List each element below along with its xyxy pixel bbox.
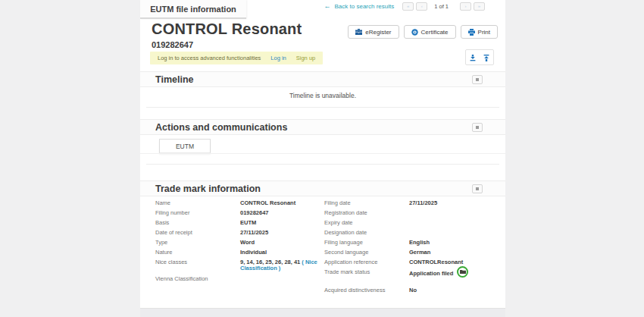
field-label: Trade mark status	[324, 269, 409, 275]
login-banner: Log in to access advanced functionalitie…	[150, 52, 323, 64]
field-row-date-of-receipt: Date of receipt 27/11/2025	[155, 230, 324, 236]
field-row-filing-date: Filing date 27/11/2025	[324, 200, 500, 206]
field-label: Date of receipt	[155, 230, 240, 236]
arrow-up-to-bar-icon	[483, 51, 489, 64]
field-value: Word	[240, 240, 255, 246]
actions-tab-eutm-label: EUTM	[176, 143, 194, 150]
field-row-nature: Nature Individual	[155, 250, 324, 256]
field-label: Expiry date	[324, 220, 409, 226]
status-text: Application filed	[409, 271, 453, 277]
print-button-label: Print	[478, 29, 490, 36]
field-row-second-language: Second language German	[324, 250, 500, 256]
status-badge	[457, 266, 468, 278]
field-row-vienna-classification: Vienna Classification	[155, 276, 324, 282]
pagination-prev-button[interactable]: ‹	[416, 2, 427, 11]
collapse-icon	[476, 78, 479, 81]
field-row-basis: Basis EUTM	[155, 220, 324, 226]
pagination-next-button[interactable]: ›	[460, 2, 471, 11]
tab-label: EUTM file information	[150, 5, 236, 14]
certificate-button[interactable]: Certificate	[404, 25, 456, 39]
timeline-section-header: Timeline	[140, 71, 505, 87]
pagination-next-group: › »	[460, 2, 485, 11]
filing-number-heading: 019282647	[152, 40, 193, 49]
field-label: Filing number	[155, 210, 240, 216]
field-value: Individual	[240, 250, 267, 256]
back-and-pagination-row: ← Back to search results « ‹ 1 of 1 › »	[324, 2, 485, 11]
pagination-last-button[interactable]: »	[474, 2, 485, 11]
print-button[interactable]: Print	[461, 25, 498, 39]
field-row-acquired-distinctiveness: Acquired distinctiveness No	[324, 287, 500, 293]
field-label: Acquired distinctiveness	[324, 287, 409, 293]
field-label: Vienna Classification	[155, 276, 240, 282]
field-label: Nice classes	[155, 259, 240, 265]
certificate-button-label: Certificate	[421, 29, 449, 36]
field-row-type: Type Word	[155, 240, 324, 246]
back-arrow-icon: ←	[324, 3, 331, 10]
actions-tab-eutm[interactable]: EUTM	[159, 139, 211, 153]
field-label: Registration date	[324, 210, 409, 216]
action-buttons-row: eRegister Certificate Print	[348, 25, 498, 39]
eregister-button[interactable]: eRegister	[348, 25, 399, 39]
trademark-section-title: Trade mark information	[155, 184, 261, 194]
field-row-registration-date: Registration date	[324, 210, 500, 216]
field-label: Filing language	[324, 240, 409, 246]
field-label: Name	[155, 200, 240, 206]
content-panel: EUTM file information ← Back to search r…	[140, 0, 505, 317]
field-value: German	[409, 250, 430, 256]
divider	[146, 107, 499, 108]
field-label: Filing date	[324, 200, 409, 206]
field-row-filing-number: Filing number 019282647	[155, 210, 324, 216]
collapse-icon	[476, 126, 479, 129]
field-row-name: Name CONTROL Resonant	[155, 200, 324, 206]
timeline-collapse-button[interactable]	[472, 75, 483, 84]
field-row-filing-language: Filing language English	[324, 240, 500, 246]
arrow-down-to-bar-icon	[470, 51, 476, 64]
pagination-prev-group: « ‹	[402, 2, 427, 11]
trademark-fields-right-column: Filing date 27/11/2025 Registration date…	[324, 200, 500, 297]
field-value: 9, 14, 16, 25, 26, 28, 41 ( Nice Classif…	[240, 259, 322, 271]
field-value: 019282647	[240, 210, 269, 216]
log-in-link[interactable]: Log in	[270, 55, 286, 61]
expand-all-button[interactable]	[481, 52, 492, 63]
seal-icon	[411, 29, 418, 36]
page-title: CONTROL Resonant	[152, 20, 302, 38]
field-label: Nature	[155, 250, 240, 256]
field-value: CONTROLResonant	[409, 259, 463, 265]
divider	[146, 164, 499, 165]
folder-icon	[460, 269, 466, 275]
field-label: Second language	[324, 250, 409, 256]
timeline-section-title: Timeline	[155, 74, 193, 85]
field-label: Application reference	[324, 259, 409, 265]
field-label: Designation date	[324, 230, 409, 236]
back-to-search-link[interactable]: Back to search results	[335, 3, 395, 10]
field-row-designation-date: Designation date	[324, 230, 500, 236]
field-value: CONTROL Resonant	[240, 200, 295, 206]
field-value: Application filed	[409, 269, 468, 278]
actions-section-header: Actions and communications	[140, 119, 505, 135]
trademark-section-header: Trade mark information	[140, 180, 505, 196]
field-row-application-reference: Application reference CONTROLResonant	[324, 259, 500, 265]
timeline-empty-message: Timeline is unavailable.	[140, 92, 505, 99]
pagination-label: 1 of 1	[434, 3, 449, 10]
field-value: 27/11/2025	[409, 200, 437, 206]
field-row-expiry-date: Expiry date	[324, 220, 500, 226]
actions-collapse-button[interactable]	[472, 123, 483, 132]
sign-up-link[interactable]: Sign up	[296, 55, 315, 61]
pagination-first-button[interactable]: «	[402, 2, 414, 11]
bottom-section-band	[140, 308, 505, 317]
actions-section-title: Actions and communications	[155, 122, 287, 133]
field-row-trade-mark-status: Trade mark status Application filed	[324, 269, 500, 278]
field-label: Type	[155, 240, 240, 246]
collapse-all-button[interactable]	[467, 52, 478, 63]
tab-eutm-file-information[interactable]: EUTM file information	[140, 0, 246, 19]
field-value: EUTM	[240, 220, 256, 226]
tab-underline	[140, 153, 505, 154]
field-label: Basis	[155, 220, 240, 226]
trademark-collapse-button[interactable]	[472, 184, 483, 193]
trademark-fields-left-column: Name CONTROL Resonant Filing number 0192…	[155, 200, 324, 286]
expand-collapse-all-box	[465, 49, 494, 65]
eregister-button-label: eRegister	[365, 29, 391, 36]
collapse-icon	[476, 187, 479, 190]
field-row-nice-classes: Nice classes 9, 14, 16, 25, 26, 28, 41 (…	[155, 259, 324, 271]
briefcase-icon	[355, 29, 362, 35]
